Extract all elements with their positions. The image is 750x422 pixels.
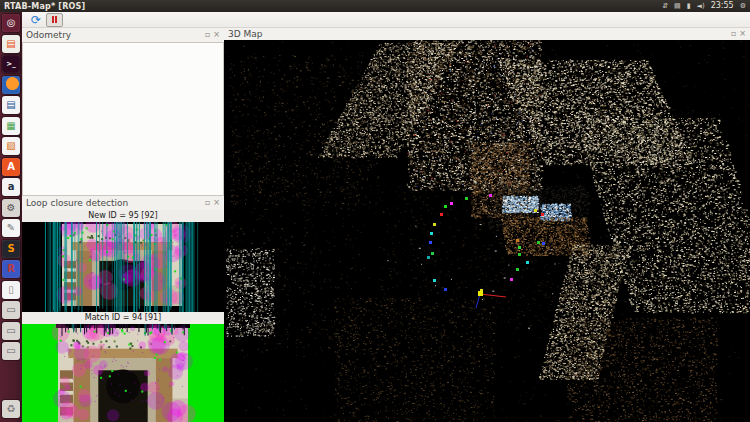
system-tray: ⇵▤▮◄)23:55⚙ — [662, 0, 750, 12]
launcher-amazon[interactable]: a — [2, 178, 20, 196]
launcher-ubuntu-dash[interactable]: ◎ — [2, 14, 20, 32]
refresh-icon[interactable]: ⟳ — [31, 13, 41, 27]
clock[interactable]: 23:55 — [711, 0, 734, 12]
launcher-disk-drive-1-glyph: ▭ — [6, 301, 15, 319]
launcher-system-settings-glyph: ⚙ — [7, 199, 16, 217]
launcher-libreoffice-calc[interactable]: ▦ — [2, 117, 20, 135]
desktop-menubar: RTAB-Map* [ROS] ⇵▤▮◄)23:55⚙ — [0, 0, 750, 12]
pause-button[interactable] — [46, 13, 63, 27]
launcher-disk-drive-1[interactable]: ▭ — [2, 301, 20, 319]
launcher-app-window[interactable]: ▯ — [2, 281, 20, 299]
loop-new-image[interactable] — [22, 222, 224, 312]
launcher-text-editor[interactable]: ✎ — [2, 219, 20, 237]
map3d-panel-title: 3D Map — [228, 29, 263, 39]
launcher-libreoffice-impress-glyph: ▧ — [6, 137, 15, 155]
map3d-close-button[interactable]: × — [739, 29, 746, 39]
loop-close-button[interactable]: × — [213, 198, 220, 208]
unity-launcher: ◎▤>_▤▦▧Aa⚙✎SR▯▭▭▭♻ — [0, 12, 22, 422]
odometry-float-button[interactable]: ▫ — [205, 30, 210, 40]
launcher-rviz[interactable]: R — [2, 260, 20, 278]
loop-float-button[interactable]: ▫ — [205, 198, 210, 208]
launcher-files[interactable]: ▤ — [2, 35, 20, 53]
odometry-view[interactable] — [22, 42, 224, 196]
map3d-float-button[interactable]: ▫ — [731, 29, 736, 39]
launcher-text-editor-glyph: ✎ — [7, 219, 15, 237]
battery-icon[interactable]: ▮ — [687, 0, 691, 12]
launcher-sublime-text-glyph: S — [7, 240, 14, 258]
window-title: RTAB-Map* [ROS] — [0, 2, 85, 11]
launcher-trash[interactable]: ♻ — [2, 400, 20, 418]
launcher-terminal[interactable]: >_ — [2, 55, 20, 73]
match-id-label: Match ID = 94 [91] — [22, 312, 224, 324]
keyboard-indicator-icon[interactable]: ▤ — [674, 0, 681, 12]
volume-icon[interactable]: ◄) — [697, 0, 705, 12]
launcher-disk-drive-2-glyph: ▭ — [6, 322, 15, 340]
map3d-pointcloud-view[interactable] — [224, 40, 750, 422]
launcher-app-window-glyph: ▯ — [8, 281, 14, 299]
launcher-disk-drive-2[interactable]: ▭ — [2, 322, 20, 340]
launcher-system-settings[interactable]: ⚙ — [2, 199, 20, 217]
launcher-ubuntu-software[interactable]: A — [2, 158, 20, 176]
new-id-label: New ID = 95 [92] — [22, 210, 224, 222]
rtabmap-window: ⟳ Odometry ▫ × Loop closure detection ▫ … — [22, 12, 750, 422]
launcher-ubuntu-dash-glyph: ◎ — [7, 14, 16, 32]
session-menu-icon[interactable]: ⚙ — [740, 0, 746, 12]
launcher-disk-drive-3[interactable]: ▭ — [2, 342, 20, 360]
launcher-libreoffice-writer[interactable]: ▤ — [2, 96, 20, 114]
odometry-panel-title: Odometry — [26, 30, 71, 40]
launcher-ubuntu-software-glyph: A — [7, 158, 15, 176]
launcher-sublime-text[interactable]: S — [2, 240, 20, 258]
loop-closure-panel-title: Loop closure detection — [26, 198, 128, 208]
launcher-trash-glyph: ♻ — [7, 400, 16, 418]
odometry-close-button[interactable]: × — [213, 30, 220, 40]
network-icon[interactable]: ⇵ — [662, 0, 668, 12]
launcher-libreoffice-impress[interactable]: ▧ — [2, 137, 20, 155]
map3d-panel-header: 3D Map ▫ × — [224, 28, 750, 40]
launcher-disk-drive-3-glyph: ▭ — [6, 342, 15, 360]
launcher-files-glyph: ▤ — [6, 35, 15, 53]
odometry-panel-header: Odometry ▫ × — [22, 28, 224, 42]
launcher-terminal-glyph: >_ — [6, 55, 15, 73]
app-toolbar: ⟳ — [22, 12, 750, 28]
launcher-firefox[interactable] — [2, 76, 20, 94]
loop-closure-panel-header: Loop closure detection ▫ × — [22, 196, 224, 210]
launcher-libreoffice-writer-glyph: ▤ — [6, 96, 15, 114]
launcher-rviz-glyph: R — [7, 260, 15, 278]
loop-match-image[interactable] — [22, 324, 224, 422]
launcher-libreoffice-calc-glyph: ▦ — [6, 117, 15, 135]
launcher-amazon-glyph: a — [8, 178, 15, 196]
